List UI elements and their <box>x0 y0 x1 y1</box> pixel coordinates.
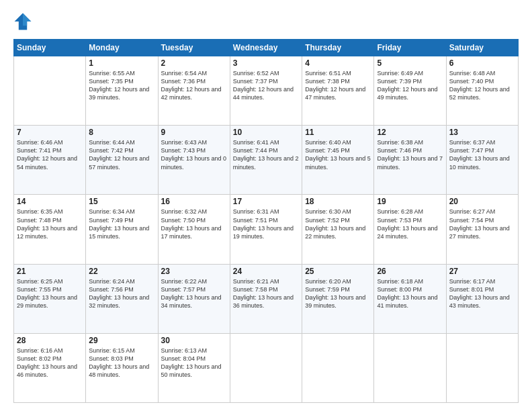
day-number: 17 <box>233 197 299 206</box>
calendar-table: SundayMondayTuesdayWednesdayThursdayFrid… <box>13 39 519 403</box>
calendar-cell: 12Sunrise: 6:38 AMSunset: 7:46 PMDayligh… <box>374 126 446 195</box>
day-number: 27 <box>449 267 515 276</box>
day-number: 8 <box>89 128 154 137</box>
calendar-cell: 3Sunrise: 6:52 AMSunset: 7:37 PMDaylight… <box>230 56 302 126</box>
calendar-day-header: Tuesday <box>158 40 230 56</box>
cell-info: Sunrise: 6:52 AMSunset: 7:37 PMDaylight:… <box>233 69 299 102</box>
cell-info: Sunrise: 6:48 AMSunset: 7:40 PMDaylight:… <box>449 69 515 102</box>
calendar-week-row: 1Sunrise: 6:55 AMSunset: 7:35 PMDaylight… <box>14 56 519 126</box>
day-number: 7 <box>17 128 83 137</box>
svg-marker-1 <box>23 13 31 26</box>
calendar-cell: 23Sunrise: 6:22 AMSunset: 7:57 PMDayligh… <box>158 264 230 333</box>
calendar-header-row: SundayMondayTuesdayWednesdayThursdayFrid… <box>14 40 519 56</box>
calendar-cell: 4Sunrise: 6:51 AMSunset: 7:38 PMDaylight… <box>302 56 374 126</box>
day-number: 6 <box>449 58 515 68</box>
calendar-week-row: 7Sunrise: 6:46 AMSunset: 7:41 PMDaylight… <box>14 126 519 195</box>
calendar-cell: 10Sunrise: 6:41 AMSunset: 7:44 PMDayligh… <box>230 126 302 195</box>
calendar-cell: 9Sunrise: 6:43 AMSunset: 7:43 PMDaylight… <box>158 126 230 195</box>
cell-info: Sunrise: 6:15 AMSunset: 8:03 PMDaylight:… <box>89 347 154 379</box>
calendar-cell: 5Sunrise: 6:49 AMSunset: 7:39 PMDaylight… <box>374 56 446 126</box>
cell-info: Sunrise: 6:24 AMSunset: 7:56 PMDaylight:… <box>89 277 154 310</box>
calendar-cell: 18Sunrise: 6:30 AMSunset: 7:52 PMDayligh… <box>302 195 374 264</box>
cell-info: Sunrise: 6:21 AMSunset: 7:58 PMDaylight:… <box>233 277 299 310</box>
calendar-cell: 26Sunrise: 6:18 AMSunset: 8:00 PMDayligh… <box>374 264 446 333</box>
calendar-cell <box>374 333 446 402</box>
day-number: 25 <box>305 267 371 276</box>
calendar-cell: 25Sunrise: 6:20 AMSunset: 7:59 PMDayligh… <box>302 264 374 333</box>
calendar-cell: 13Sunrise: 6:37 AMSunset: 7:47 PMDayligh… <box>446 126 518 195</box>
cell-info: Sunrise: 6:37 AMSunset: 7:47 PMDaylight:… <box>449 138 515 171</box>
cell-info: Sunrise: 6:55 AMSunset: 7:35 PMDaylight:… <box>89 69 154 102</box>
cell-info: Sunrise: 6:35 AMSunset: 7:48 PMDaylight:… <box>17 208 83 240</box>
day-number: 10 <box>233 128 299 137</box>
cell-info: Sunrise: 6:20 AMSunset: 7:59 PMDaylight:… <box>305 277 371 310</box>
cell-info: Sunrise: 6:17 AMSunset: 8:01 PMDaylight:… <box>449 277 515 310</box>
day-number: 23 <box>161 267 227 276</box>
day-number: 13 <box>449 128 515 137</box>
calendar-day-header: Monday <box>86 40 158 56</box>
calendar-day-header: Thursday <box>302 40 374 56</box>
calendar-cell: 2Sunrise: 6:54 AMSunset: 7:36 PMDaylight… <box>158 56 230 126</box>
cell-info: Sunrise: 6:44 AMSunset: 7:42 PMDaylight:… <box>89 138 154 171</box>
day-number: 11 <box>305 128 371 137</box>
day-number: 18 <box>305 197 371 206</box>
cell-info: Sunrise: 6:51 AMSunset: 7:38 PMDaylight:… <box>305 69 371 102</box>
calendar-cell: 1Sunrise: 6:55 AMSunset: 7:35 PMDaylight… <box>86 56 158 126</box>
calendar-day-header: Sunday <box>14 40 86 56</box>
day-number: 16 <box>161 197 227 206</box>
cell-info: Sunrise: 6:34 AMSunset: 7:49 PMDaylight:… <box>89 208 154 240</box>
day-number: 28 <box>17 336 83 345</box>
day-number: 15 <box>89 197 154 206</box>
calendar-cell <box>302 333 374 402</box>
calendar-cell: 30Sunrise: 6:13 AMSunset: 8:04 PMDayligh… <box>158 333 230 402</box>
calendar-cell: 24Sunrise: 6:21 AMSunset: 7:58 PMDayligh… <box>230 264 302 333</box>
calendar-cell <box>14 56 86 126</box>
day-number: 2 <box>161 58 227 68</box>
header <box>13 12 519 31</box>
calendar-cell: 15Sunrise: 6:34 AMSunset: 7:49 PMDayligh… <box>86 195 158 264</box>
cell-info: Sunrise: 6:18 AMSunset: 8:00 PMDaylight:… <box>377 277 443 310</box>
day-number: 26 <box>377 267 443 276</box>
calendar-cell: 19Sunrise: 6:28 AMSunset: 7:53 PMDayligh… <box>374 195 446 264</box>
day-number: 24 <box>233 267 299 276</box>
logo <box>13 12 35 31</box>
calendar-cell: 28Sunrise: 6:16 AMSunset: 8:02 PMDayligh… <box>14 333 86 402</box>
cell-info: Sunrise: 6:22 AMSunset: 7:57 PMDaylight:… <box>161 277 227 310</box>
calendar-cell: 7Sunrise: 6:46 AMSunset: 7:41 PMDaylight… <box>14 126 86 195</box>
logo-icon <box>13 12 32 31</box>
day-number: 14 <box>17 197 83 206</box>
calendar-cell: 21Sunrise: 6:25 AMSunset: 7:55 PMDayligh… <box>14 264 86 333</box>
cell-info: Sunrise: 6:49 AMSunset: 7:39 PMDaylight:… <box>377 69 443 102</box>
calendar-week-row: 21Sunrise: 6:25 AMSunset: 7:55 PMDayligh… <box>14 264 519 333</box>
cell-info: Sunrise: 6:41 AMSunset: 7:44 PMDaylight:… <box>233 138 299 171</box>
day-number: 20 <box>449 197 515 206</box>
day-number: 19 <box>377 197 443 206</box>
day-number: 9 <box>161 128 227 137</box>
calendar-day-header: Wednesday <box>230 40 302 56</box>
page: SundayMondayTuesdayWednesdayThursdayFrid… <box>0 0 532 411</box>
day-number: 12 <box>377 128 443 137</box>
calendar-cell <box>446 333 518 402</box>
cell-info: Sunrise: 6:31 AMSunset: 7:51 PMDaylight:… <box>233 208 299 240</box>
day-number: 29 <box>89 336 154 345</box>
calendar-cell: 17Sunrise: 6:31 AMSunset: 7:51 PMDayligh… <box>230 195 302 264</box>
calendar-cell: 27Sunrise: 6:17 AMSunset: 8:01 PMDayligh… <box>446 264 518 333</box>
calendar-week-row: 28Sunrise: 6:16 AMSunset: 8:02 PMDayligh… <box>14 333 519 402</box>
cell-info: Sunrise: 6:38 AMSunset: 7:46 PMDaylight:… <box>377 138 443 171</box>
calendar-cell: 22Sunrise: 6:24 AMSunset: 7:56 PMDayligh… <box>86 264 158 333</box>
cell-info: Sunrise: 6:30 AMSunset: 7:52 PMDaylight:… <box>305 208 371 240</box>
day-number: 30 <box>161 336 227 345</box>
calendar-cell <box>230 333 302 402</box>
cell-info: Sunrise: 6:46 AMSunset: 7:41 PMDaylight:… <box>17 138 83 171</box>
calendar-cell: 29Sunrise: 6:15 AMSunset: 8:03 PMDayligh… <box>86 333 158 402</box>
cell-info: Sunrise: 6:40 AMSunset: 7:45 PMDaylight:… <box>305 138 371 171</box>
calendar-day-header: Saturday <box>446 40 518 56</box>
cell-info: Sunrise: 6:43 AMSunset: 7:43 PMDaylight:… <box>161 138 227 171</box>
calendar-day-header: Friday <box>374 40 446 56</box>
calendar-week-row: 14Sunrise: 6:35 AMSunset: 7:48 PMDayligh… <box>14 195 519 264</box>
calendar-cell: 20Sunrise: 6:27 AMSunset: 7:54 PMDayligh… <box>446 195 518 264</box>
calendar-cell: 11Sunrise: 6:40 AMSunset: 7:45 PMDayligh… <box>302 126 374 195</box>
day-number: 4 <box>305 58 371 68</box>
cell-info: Sunrise: 6:13 AMSunset: 8:04 PMDaylight:… <box>161 347 227 379</box>
cell-info: Sunrise: 6:25 AMSunset: 7:55 PMDaylight:… <box>17 277 83 310</box>
